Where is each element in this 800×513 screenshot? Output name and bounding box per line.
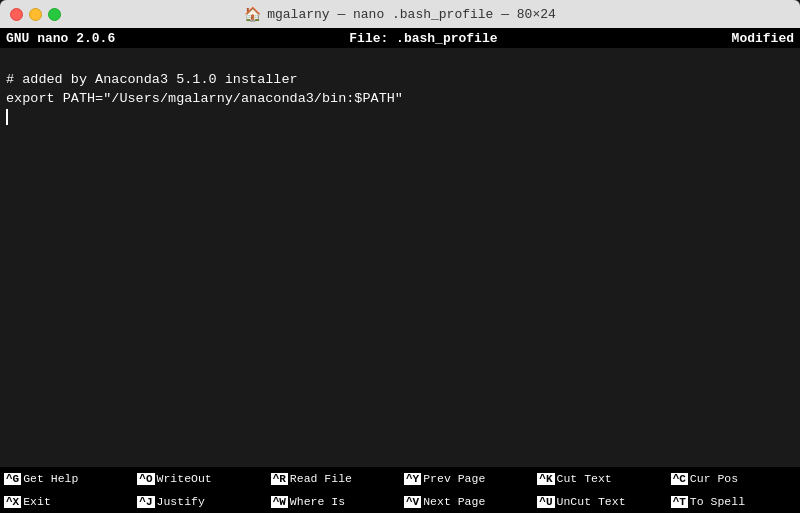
window: 🏠 mgalarny — nano .bash_profile — 80×24 … [0, 0, 800, 513]
shortcut-item[interactable]: ^WWhere Is [267, 490, 400, 513]
shortcut-key: ^K [537, 473, 554, 485]
nano-modified: Modified [732, 31, 794, 46]
shortcut-key: ^V [404, 496, 421, 508]
shortcut-item[interactable]: ^UUnCut Text [533, 490, 666, 513]
shortcut-item[interactable]: ^VNext Page [400, 490, 533, 513]
editor-text-export: export PATH="/Users/mgalarny/anaconda3/b… [6, 90, 403, 109]
shortcut-label: Next Page [423, 495, 485, 508]
nano-filename: File: .bash_profile [349, 31, 497, 46]
shortcut-item[interactable]: ^TTo Spell [667, 490, 800, 513]
nano-version: GNU nano 2.0.6 [6, 31, 115, 46]
shortcut-item[interactable]: ^YPrev Page [400, 467, 533, 490]
shortcut-item[interactable]: ^CCur Pos [667, 467, 800, 490]
shortcut-item[interactable]: ^XExit [0, 490, 133, 513]
shortcut-key: ^Y [404, 473, 421, 485]
shortcut-key: ^U [537, 496, 554, 508]
close-button[interactable] [10, 8, 23, 21]
shortcut-key: ^J [137, 496, 154, 508]
shortcut-key: ^G [4, 473, 21, 485]
editor-line-export: export PATH="/Users/mgalarny/anaconda3/b… [6, 90, 794, 109]
shortcut-item[interactable]: ^RRead File [267, 467, 400, 490]
shortcut-key: ^X [4, 496, 21, 508]
shortcut-item[interactable]: ^OWriteOut [133, 467, 266, 490]
shortcut-key: ^O [137, 473, 154, 485]
editor-area[interactable]: # added by Anaconda3 5.1.0 installer exp… [0, 48, 800, 467]
shortcut-item[interactable]: ^JJustify [133, 490, 266, 513]
shortcut-key: ^W [271, 496, 288, 508]
shortcut-label: To Spell [690, 495, 745, 508]
shortcut-label: WriteOut [157, 472, 212, 485]
shortcut-label: Cut Text [557, 472, 612, 485]
minimize-button[interactable] [29, 8, 42, 21]
shortcut-key: ^R [271, 473, 288, 485]
shortcut-label: Prev Page [423, 472, 485, 485]
title-bar-text: 🏠 mgalarny — nano .bash_profile — 80×24 [244, 6, 556, 23]
editor-line-comment: # added by Anaconda3 5.1.0 installer [6, 71, 794, 90]
shortcut-label: Cur Pos [690, 472, 738, 485]
home-icon: 🏠 [244, 6, 261, 23]
text-cursor [6, 109, 8, 125]
shortcut-key: ^T [671, 496, 688, 508]
shortcut-label: Justify [157, 495, 205, 508]
window-title: mgalarny — nano .bash_profile — 80×24 [267, 7, 556, 22]
shortcut-label: Read File [290, 472, 352, 485]
shortcut-label: Get Help [23, 472, 78, 485]
traffic-lights [10, 8, 61, 21]
editor-line-blank [6, 52, 794, 71]
editor-line-cursor [6, 109, 794, 125]
shortcuts-bar: ^GGet Help^OWriteOut^RRead File^YPrev Pa… [0, 467, 800, 513]
shortcut-key: ^C [671, 473, 688, 485]
shortcut-label: Exit [23, 495, 51, 508]
shortcut-label: UnCut Text [557, 495, 626, 508]
maximize-button[interactable] [48, 8, 61, 21]
shortcut-item[interactable]: ^GGet Help [0, 467, 133, 490]
nano-header: GNU nano 2.0.6 File: .bash_profile Modif… [0, 28, 800, 48]
editor-text-comment: # added by Anaconda3 5.1.0 installer [6, 71, 298, 90]
shortcut-item[interactable]: ^KCut Text [533, 467, 666, 490]
title-bar: 🏠 mgalarny — nano .bash_profile — 80×24 [0, 0, 800, 28]
shortcut-label: Where Is [290, 495, 345, 508]
